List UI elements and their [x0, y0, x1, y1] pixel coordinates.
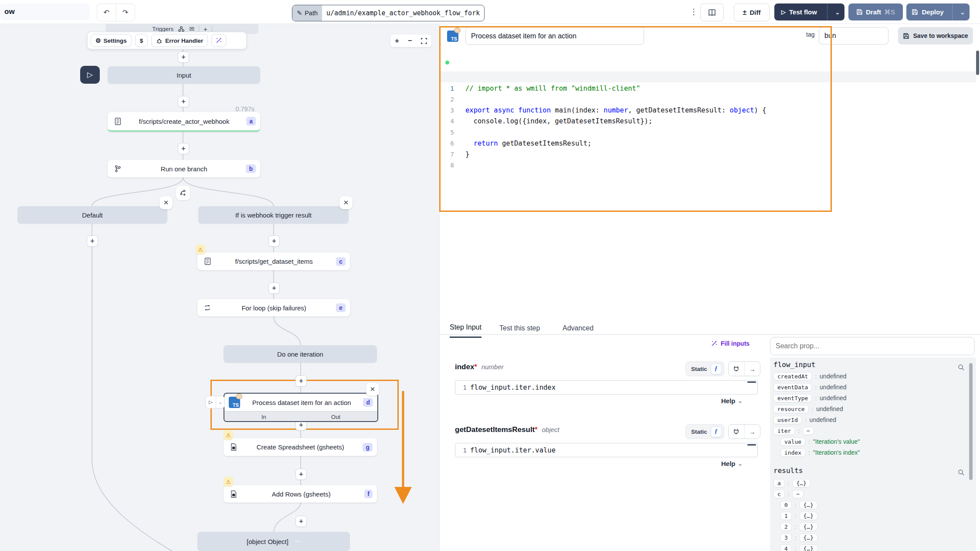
prop-row[interactable]: value:"Iteration's value" [780, 437, 860, 446]
run-step-button[interactable]: ▷ [206, 396, 216, 408]
add-step-button[interactable]: + [295, 516, 307, 527]
prop-row[interactable]: 3:{…} [780, 533, 817, 542]
delete-branch-button[interactable]: ✕ [339, 196, 353, 209]
prop-row[interactable]: 1:{…} [780, 511, 817, 520]
tab-advanced[interactable]: Advanced [563, 322, 593, 335]
node-input-handle[interactable]: In [261, 414, 266, 420]
prop-row[interactable]: index:"Iteration's index" [780, 448, 860, 457]
prop-value[interactable]: {…} [799, 544, 817, 551]
node-run-one-branch[interactable]: Run one branch b [108, 160, 260, 177]
add-step-button[interactable]: + [295, 469, 307, 480]
node-create-actor-webhook[interactable]: f/scripts/create_actor_webhook a [108, 112, 260, 132]
deploy-dropdown[interactable]: ⌄ [956, 8, 970, 16]
undo-button[interactable]: ↶ [97, 4, 116, 21]
zoom-out-button[interactable]: − [408, 37, 412, 45]
static-inputs-button[interactable]: $ [135, 34, 148, 47]
tab-test-this-step[interactable]: Test this step [499, 322, 540, 335]
fit-view-icon[interactable] [421, 38, 427, 44]
prop-row[interactable]: eventType:undefined [773, 393, 847, 403]
prop-value[interactable]: {…} [799, 523, 817, 531]
add-step-button[interactable]: + [295, 375, 307, 387]
node-create-spreadsheet[interactable]: Create Spreadsheet (gsheets) g [224, 438, 377, 456]
props-scrollbar[interactable] [969, 363, 973, 480]
tab-step-input[interactable]: Step Input [450, 321, 482, 338]
static-mode-toggle[interactable]: Static ƒ [685, 424, 724, 439]
node-do-one-iteration[interactable]: Do one iteration [224, 345, 377, 363]
expr-input-index[interactable]: 1 flow_input.iter.index [455, 380, 758, 395]
prop-key-pill[interactable]: index [780, 449, 805, 457]
prop-key-pill[interactable]: 1 [780, 512, 792, 520]
node-branch-default[interactable]: Default [17, 206, 167, 224]
prop-key-pill[interactable]: value [780, 438, 805, 446]
prop-value[interactable]: {…} [792, 479, 810, 487]
add-step-button[interactable]: + [268, 282, 280, 294]
run-step-dropdown[interactable]: ⌄ [216, 396, 224, 408]
node-output-handle[interactable]: Out [331, 414, 340, 420]
delete-step-button[interactable]: ✕ [366, 383, 379, 396]
prop-row[interactable]: createdAt:undefined [773, 371, 847, 381]
add-step-button[interactable]: + [178, 143, 189, 154]
prop-key-pill[interactable]: resource [773, 405, 809, 413]
path-field[interactable]: ✎ Path u/admin/example_actor_webhook_flo… [292, 5, 485, 21]
redo-button[interactable]: ↷ [116, 4, 135, 21]
draft-button[interactable]: Draft ⌘S [848, 3, 903, 20]
flow-input-header[interactable]: flow_input [773, 361, 815, 369]
prop-key-pill[interactable]: c [773, 490, 785, 498]
results-header[interactable]: results [773, 466, 803, 475]
error-handler-button[interactable]: Error Handler [151, 34, 208, 47]
prop-key-pill[interactable]: a [773, 479, 785, 487]
static-mode-toggle[interactable]: Static ƒ [685, 361, 724, 376]
arrow-right-button[interactable]: → [745, 365, 760, 373]
prop-value[interactable]: {…} [799, 512, 817, 520]
prop-row[interactable]: resource:undefined [773, 404, 843, 414]
function-mode-icon[interactable]: ƒ [711, 426, 722, 437]
deploy-button[interactable]: Deploy ⌄ [906, 3, 970, 20]
search-icon[interactable] [958, 469, 965, 476]
prop-key-pill[interactable]: 4 [780, 544, 792, 551]
prop-value[interactable]: − [803, 427, 814, 435]
add-step-button[interactable]: + [268, 235, 280, 247]
prop-row[interactable]: 4:{…} [780, 544, 817, 551]
add-step-button[interactable]: + [178, 51, 189, 63]
flow-canvas[interactable]: Triggers ✉ + ⚙ Settings $ Error Handler [0, 24, 439, 551]
docs-button[interactable] [700, 3, 724, 21]
add-trigger-icon[interactable]: + [203, 25, 207, 33]
prop-row[interactable]: a:{…} [773, 478, 810, 488]
ai-assistant-button[interactable] [211, 34, 226, 47]
node-for-loop[interactable]: For loop (skip failures) e [197, 299, 350, 316]
plug-connect-button[interactable] [729, 425, 745, 439]
node-process-dataset-item[interactable]: TS Process dataset item for an action d … [224, 393, 378, 422]
arrow-right-button[interactable]: → [745, 428, 760, 435]
node-get-dataset-items[interactable]: f/scripts/get_dataset_items c [197, 252, 350, 270]
prop-key-pill[interactable]: 0 [780, 501, 792, 509]
more-menu-button[interactable]: ⋮ [690, 7, 698, 17]
editor-scrollbar[interactable] [976, 51, 979, 75]
help-toggle[interactable]: Help⌄ [721, 460, 743, 467]
prop-row[interactable]: userId:undefined [773, 415, 836, 425]
test-flow-button[interactable]: ▷ Test flow ⌄ [774, 3, 844, 20]
prop-row[interactable]: c:− [773, 489, 804, 499]
search-icon[interactable] [958, 364, 965, 371]
function-mode-icon[interactable]: ƒ [711, 364, 722, 374]
add-branch-button[interactable] [176, 186, 190, 200]
tag-input[interactable] [819, 27, 888, 44]
run-flow-node-button[interactable]: ▷ [80, 66, 100, 84]
fill-inputs-button[interactable]: Fill inputs [711, 340, 749, 347]
plug-connect-button[interactable] [729, 362, 745, 376]
expr-input-getdatesetitemsresult[interactable]: 1 flow_input.iter.value [455, 443, 758, 457]
prop-value[interactable]: {…} [799, 501, 817, 509]
prop-row[interactable]: 2:{…} [780, 522, 817, 531]
prop-value[interactable]: {…} [799, 534, 817, 542]
prop-row[interactable]: 0:{…} [780, 500, 817, 510]
diff-button[interactable]: ± Diff [734, 3, 770, 21]
delete-branch-button[interactable]: ✕ [159, 196, 173, 209]
prop-key-pill[interactable]: iter [773, 427, 795, 435]
prop-key-pill[interactable]: eventType [773, 394, 812, 402]
node-add-rows[interactable]: Add Rows (gsheets) f [224, 485, 377, 503]
prop-row[interactable]: eventData:undefined [773, 382, 847, 392]
search-prop-input[interactable] [770, 337, 975, 355]
prop-value[interactable]: − [792, 490, 804, 498]
save-to-workspace-button[interactable]: Save to workspace [898, 27, 973, 44]
prop-key-pill[interactable]: 3 [780, 534, 792, 542]
prop-key-pill[interactable]: createdAt [773, 372, 812, 381]
